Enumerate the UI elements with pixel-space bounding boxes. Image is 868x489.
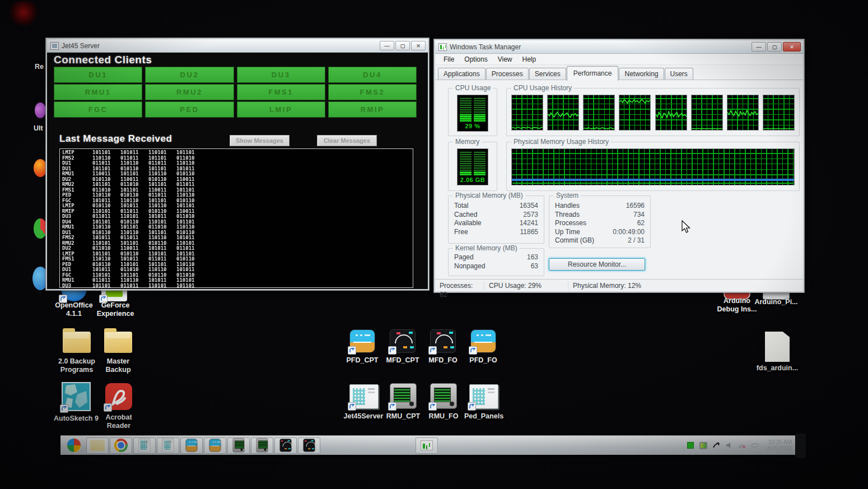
desktop-icon-label[interactable]: RMU_FO (422, 412, 465, 421)
desktop-icon-label[interactable]: fds_arduin... (752, 364, 803, 372)
status-cpu-usage: CPU Usage: 29% (484, 281, 568, 290)
client-status-cell[interactable]: DU1 (54, 67, 142, 83)
taskbar-pfd-fo-button[interactable] (204, 437, 226, 454)
folder-icon (90, 440, 105, 451)
taskbar-rmu-fo-button[interactable] (251, 437, 273, 454)
taskman-titlebar[interactable]: Windows Task Manager — ▢ ✕ (435, 40, 803, 54)
taskbar-panels-window-button[interactable] (157, 437, 179, 454)
partial-purple-icon[interactable] (35, 103, 46, 118)
desktop-icon-label[interactable]: Master Backup (96, 357, 140, 374)
taskbar-mfd-cpt-button[interactable] (274, 437, 297, 454)
desktop-icon-fds-arduino[interactable] (765, 332, 790, 362)
tab-applications[interactable]: Applications (438, 68, 486, 80)
tray-gpu-icon[interactable] (699, 441, 707, 449)
tray-green-status-icon[interactable] (687, 441, 694, 449)
client-status-cell[interactable]: LMIP (237, 101, 325, 118)
maximize-button[interactable]: ▢ (767, 42, 782, 52)
message-log-row: FMS1011010101101110011101101 (62, 188, 413, 193)
message-log-box[interactable]: LMIP101101101011110101101101FMS211011001… (59, 148, 413, 288)
client-status-cell[interactable]: DU2 (145, 67, 234, 83)
server-window-icon (139, 439, 151, 452)
client-status-cell[interactable]: FGC (54, 101, 142, 118)
desktop-icon-label[interactable]: MFD_FO (422, 356, 464, 365)
desktop-icon-backup-programs[interactable] (63, 327, 91, 353)
desktop-icon-rmu-fo[interactable] (430, 383, 457, 409)
stat-label: Commit (GB) (555, 236, 594, 245)
desktop-icon-label[interactable]: GeForce Experience (94, 301, 137, 318)
desktop-icon-mfd-cpt[interactable] (390, 329, 416, 353)
taskbar-explorer-button[interactable] (86, 437, 109, 454)
taskbar-rmu-cpt-button[interactable] (227, 437, 250, 454)
minimize-button[interactable]: — (380, 41, 394, 50)
memory-history-graph (511, 148, 795, 185)
client-status-cell[interactable]: RMU2 (145, 84, 234, 100)
desktop-icon-label[interactable]: PFD_CPT (342, 356, 383, 365)
mfd-instrument-icon (280, 439, 292, 451)
client-status-cell[interactable]: FMS2 (328, 84, 417, 100)
show-messages-button[interactable]: Show Messages (230, 135, 290, 146)
taskbar-pfd-cpt-button[interactable] (180, 437, 203, 454)
message-log-row: DU3101101011011110101101101 (62, 283, 413, 288)
clear-messages-button[interactable]: Clear Messages (317, 135, 377, 146)
network-icon[interactable] (738, 441, 746, 449)
tab-services[interactable]: Services (529, 68, 566, 80)
tab-networking[interactable]: Networking (619, 68, 664, 80)
taskbar-task-manager-button[interactable] (416, 437, 438, 454)
cpu-usage-value: 29 % (460, 122, 486, 131)
desktop-icon-pfd-fo[interactable] (470, 329, 496, 353)
desktop-icon-label[interactable]: Acrobat Reader (99, 413, 139, 430)
client-status-cell[interactable]: RMIP (328, 101, 417, 118)
menu-file[interactable]: File (438, 54, 459, 64)
action-center-icon[interactable] (751, 441, 759, 449)
desktop-icon-label[interactable]: MFD_CPT (382, 356, 423, 365)
desktop-icon-label[interactable]: Ped_Panels (460, 412, 507, 421)
volume-icon[interactable] (725, 441, 733, 449)
desktop-icon-label[interactable]: Jet45Server (339, 412, 388, 421)
start-button[interactable] (63, 437, 85, 454)
desktop-icon-label[interactable]: AutoSketch 9 (48, 415, 104, 423)
desktop-icon-label[interactable]: 2.0 Backup Programs (53, 357, 101, 374)
physical-memory-title: Physical Memory (MB) (453, 192, 525, 199)
desktop-icon-ped-panels[interactable] (469, 384, 498, 409)
client-status-cell[interactable]: DU4 (328, 67, 417, 83)
menu-help[interactable]: Help (517, 54, 542, 64)
desktop-icon-jet45server[interactable] (349, 384, 379, 409)
taskbar-mfd-fo-button[interactable] (298, 437, 320, 454)
desktop-icon-pfd-cpt[interactable] (349, 329, 375, 353)
desktop-icon-rmu-cpt[interactable] (390, 383, 417, 409)
desktop-icon-label[interactable]: RMU_CPT (382, 412, 424, 421)
stat-label: Total (454, 202, 468, 211)
jet45-titlebar[interactable]: Jet45 Server — ▢ ✕ (47, 39, 428, 53)
desktop-icon-acrobat[interactable] (105, 383, 132, 410)
tab-processes[interactable]: Processes (486, 68, 529, 80)
resource-monitor-button[interactable]: Resource Monitor... (549, 258, 645, 271)
hidden-icons-arrow-icon[interactable] (712, 441, 720, 449)
tray-clock[interactable]: 10:35 AM 8/25/2023 (767, 439, 792, 451)
tab-users[interactable]: Users (665, 68, 693, 80)
minimize-button[interactable]: — (752, 42, 766, 52)
desktop-icon-label[interactable]: OpenOffice 4.1.1 (54, 301, 94, 318)
taskbar: 10:35 AM 8/25/2023 (60, 436, 795, 455)
client-status-cell[interactable]: FMS1 (237, 84, 325, 100)
shortcut-arrow-icon (388, 346, 396, 355)
menu-options[interactable]: Options (459, 54, 492, 64)
desktop-icon-mfd-fo[interactable] (430, 329, 456, 353)
partial-green-red-icon[interactable] (34, 218, 47, 239)
tab-performance[interactable]: Performance (567, 66, 619, 81)
maximize-button[interactable]: ▢ (395, 41, 410, 50)
close-button[interactable]: ✕ (783, 42, 801, 52)
client-status-cell[interactable]: RMU1 (54, 84, 142, 100)
taskbar-chrome-button[interactable] (110, 437, 132, 454)
desktop-icon-autosketch[interactable] (62, 382, 91, 411)
menu-view[interactable]: View (493, 54, 517, 64)
partial-firefox-icon[interactable] (34, 159, 47, 177)
desktop-icon-label[interactable]: PFD_FO (463, 356, 504, 365)
pfd-instrument-icon (186, 439, 198, 451)
taskbar-jet45-window-button[interactable] (133, 437, 156, 454)
client-status-cell[interactable]: PED (145, 101, 234, 118)
client-status-cell[interactable]: DU3 (237, 67, 325, 83)
status-processes: Processes: 62 (435, 281, 484, 290)
desktop-icon-label[interactable]: Arduino_Pi... (753, 298, 800, 306)
desktop-icon-master-backup[interactable] (104, 327, 132, 353)
close-button[interactable]: ✕ (411, 41, 426, 50)
